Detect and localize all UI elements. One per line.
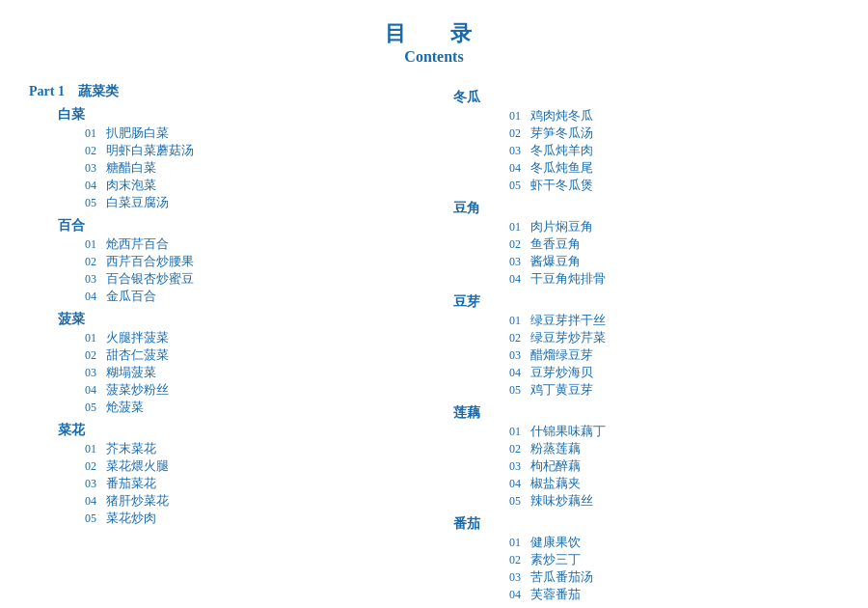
item-number: 05 (509, 383, 530, 398)
list-item: 05鸡丁黄豆芽 (509, 382, 839, 399)
item-text: 冬瓜炖羊肉 (530, 143, 593, 159)
item-text: 扒肥肠白菜 (106, 125, 169, 142)
item-number: 04 (509, 272, 530, 287)
item-text: 炝西芹百合 (106, 236, 169, 253)
item-text: 西芹百合炒腰果 (106, 254, 194, 270)
item-number: 02 (509, 442, 530, 456)
item-text: 辣味炒藕丝 (530, 493, 593, 510)
item-text: 芙蓉番茄 (530, 587, 581, 603)
list-item: 02明虾白菜蘑菇汤 (85, 143, 424, 159)
category-name: 冬瓜 (453, 89, 839, 106)
item-number: 01 (85, 237, 106, 252)
left-column: Part 1 蔬菜类 白菜01扒肥肠白菜02明虾白菜蘑菇汤03糖醋白菜04肉末泡… (29, 83, 434, 608)
category-name: 豆芽 (453, 293, 839, 311)
list-item: 04猪肝炒菜花 (85, 493, 424, 510)
category-block: 番茄01健康果饮02素炒三丁03苦瓜番茄汤04芙蓉番茄 (453, 515, 839, 603)
item-text: 椒盐藕夹 (530, 476, 581, 492)
list-item: 01绿豆芽拌干丝 (509, 313, 839, 329)
list-item: 02芽笋冬瓜汤 (509, 125, 839, 142)
list-item: 03糖醋白菜 (85, 160, 424, 177)
list-item: 05虾干冬瓜煲 (509, 178, 839, 194)
item-text: 枸杞醉藕 (530, 458, 581, 475)
item-text: 鸡肉炖冬瓜 (530, 108, 593, 124)
item-text: 健康果饮 (530, 535, 581, 551)
item-text: 糖醋白菜 (106, 160, 156, 177)
item-text: 火腿拌菠菜 (106, 330, 169, 346)
list-item: 01什锦果味藕丁 (509, 424, 839, 440)
list-item: 04肉末泡菜 (85, 178, 424, 194)
item-text: 苦瓜番茄汤 (530, 569, 593, 586)
item-number: 05 (85, 401, 106, 415)
category-name: 菠菜 (58, 311, 424, 328)
item-number: 05 (85, 511, 106, 526)
list-item: 03冬瓜炖羊肉 (509, 143, 839, 159)
item-number: 01 (85, 126, 106, 141)
item-number: 04 (85, 290, 106, 304)
category-block: 莲藕01什锦果味藕丁02粉蒸莲藕03枸杞醉藕04椒盐藕夹05辣味炒藕丝 (453, 404, 839, 510)
list-item: 01火腿拌菠菜 (85, 330, 424, 346)
item-number: 01 (85, 442, 106, 456)
list-item: 01肉片焖豆角 (509, 219, 839, 235)
item-number: 02 (509, 553, 530, 567)
category-block: 冬瓜01鸡肉炖冬瓜02芽笋冬瓜汤03冬瓜炖羊肉04冬瓜炖鱼尾05虾干冬瓜煲 (453, 89, 839, 194)
item-number: 03 (509, 144, 530, 158)
item-text: 白菜豆腐汤 (106, 195, 169, 211)
category-block: 白菜01扒肥肠白菜02明虾白菜蘑菇汤03糖醋白菜04肉末泡菜05白菜豆腐汤 (29, 106, 424, 211)
item-number: 04 (509, 366, 530, 380)
item-text: 肉末泡菜 (106, 178, 156, 194)
list-item: 02鱼香豆角 (509, 236, 839, 253)
item-text: 百合银杏炒蜜豆 (106, 271, 194, 288)
right-categories: 冬瓜01鸡肉炖冬瓜02芽笋冬瓜汤03冬瓜炖羊肉04冬瓜炖鱼尾05虾干冬瓜煲豆角0… (453, 89, 839, 608)
list-item: 01鸡肉炖冬瓜 (509, 108, 839, 124)
list-item: 04芙蓉番茄 (509, 587, 839, 603)
list-item: 04椒盐藕夹 (509, 476, 839, 492)
item-text: 什锦果味藕丁 (530, 424, 606, 440)
title-english: Contents (29, 48, 839, 66)
item-number: 03 (509, 255, 530, 269)
list-item: 02绿豆芽炒芹菜 (509, 330, 839, 346)
list-item: 04冬瓜炖鱼尾 (509, 160, 839, 177)
list-item: 04干豆角炖排骨 (509, 271, 839, 288)
item-text: 豆芽炒海贝 (530, 365, 593, 381)
item-number: 01 (509, 109, 530, 124)
part-label: Part 1 蔬菜类 (29, 83, 424, 100)
list-item: 03醋熘绿豆芽 (509, 347, 839, 364)
list-item: 03糊塌菠菜 (85, 365, 424, 381)
item-text: 菜花炒肉 (106, 511, 156, 527)
item-text: 菠菜炒粉丝 (106, 382, 169, 399)
category-name: 莲藕 (453, 404, 839, 422)
item-number: 03 (85, 366, 106, 380)
category-block: 豆芽01绿豆芽拌干丝02绿豆芽炒芹菜03醋熘绿豆芽04豆芽炒海贝05鸡丁黄豆芽 (453, 293, 839, 399)
list-item: 03百合银杏炒蜜豆 (85, 271, 424, 288)
item-number: 03 (509, 459, 530, 474)
list-item: 03枸杞醉藕 (509, 458, 839, 475)
item-number: 02 (85, 255, 106, 269)
list-item: 01芥末菜花 (85, 441, 424, 457)
item-text: 素炒三丁 (530, 552, 581, 568)
item-number: 05 (85, 196, 106, 210)
list-item: 02甜杏仁菠菜 (85, 347, 424, 364)
title-chinese: 目 录 (29, 19, 839, 48)
page-header: 目 录 Contents (29, 19, 839, 66)
list-item: 02菜花煨火腿 (85, 458, 424, 475)
category-block: 菠菜01火腿拌菠菜02甜杏仁菠菜03糊塌菠菜04菠菜炒粉丝05炝菠菜 (29, 311, 424, 416)
item-number: 05 (509, 179, 530, 193)
left-categories: 白菜01扒肥肠白菜02明虾白菜蘑菇汤03糖醋白菜04肉末泡菜05白菜豆腐汤百合0… (29, 106, 424, 527)
item-number: 03 (85, 272, 106, 287)
item-text: 绿豆芽拌干丝 (530, 313, 606, 329)
list-item: 01健康果饮 (509, 535, 839, 551)
item-number: 04 (509, 588, 530, 602)
item-text: 糊塌菠菜 (106, 365, 156, 381)
category-name: 豆角 (453, 200, 839, 217)
item-number: 01 (509, 425, 530, 439)
item-text: 番茄菜花 (106, 476, 156, 492)
list-item: 01炝西芹百合 (85, 236, 424, 253)
item-number: 02 (85, 144, 106, 158)
item-number: 04 (85, 494, 106, 509)
item-text: 鱼香豆角 (530, 236, 581, 253)
item-text: 明虾白菜蘑菇汤 (106, 143, 194, 159)
item-number: 04 (509, 477, 530, 491)
list-item: 05菜花炒肉 (85, 511, 424, 527)
item-number: 02 (85, 348, 106, 363)
category-block: 菜花01芥末菜花02菜花煨火腿03番茄菜花04猪肝炒菜花05菜花炒肉 (29, 422, 424, 527)
